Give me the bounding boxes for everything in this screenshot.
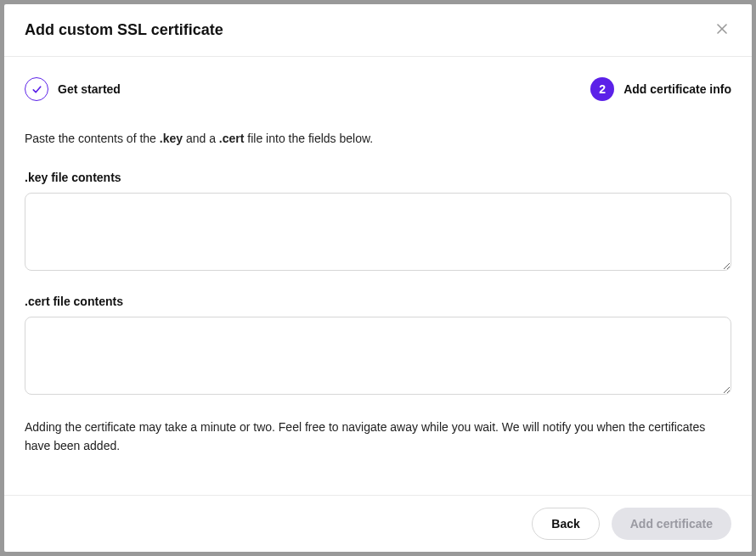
cert-file-textarea[interactable] (25, 317, 731, 395)
add-certificate-button[interactable]: Add certificate (612, 508, 731, 540)
close-button[interactable] (713, 20, 731, 41)
step-add-certificate-info: 2 Add certificate info (590, 77, 731, 101)
cert-field-group: .cert file contents (25, 295, 731, 398)
modal-header: Add custom SSL certificate (4, 4, 752, 57)
modal-title: Add custom SSL certificate (25, 21, 223, 39)
cert-field-label: .cert file contents (25, 295, 731, 308)
close-icon (716, 23, 728, 37)
key-file-textarea[interactable] (25, 193, 731, 271)
modal-footer: Back Add certificate (4, 495, 752, 552)
modal-body: Get started 2 Add certificate info Paste… (4, 57, 752, 495)
instruction-text: Paste the contents of the .key and a .ce… (25, 132, 731, 145)
step-number-badge: 2 (590, 77, 614, 101)
ssl-certificate-modal: Add custom SSL certificate Get started (4, 4, 752, 552)
back-button[interactable]: Back (532, 508, 599, 540)
step-get-started: Get started (25, 77, 121, 101)
key-field-label: .key file contents (25, 171, 731, 184)
step-indicator: Get started 2 Add certificate info (25, 77, 731, 101)
key-field-group: .key file contents (25, 171, 731, 274)
step-label: Get started (58, 82, 121, 96)
check-icon (25, 77, 48, 101)
helper-text: Adding the certificate may take a minute… (25, 418, 731, 455)
step-label: Add certificate info (623, 82, 731, 96)
